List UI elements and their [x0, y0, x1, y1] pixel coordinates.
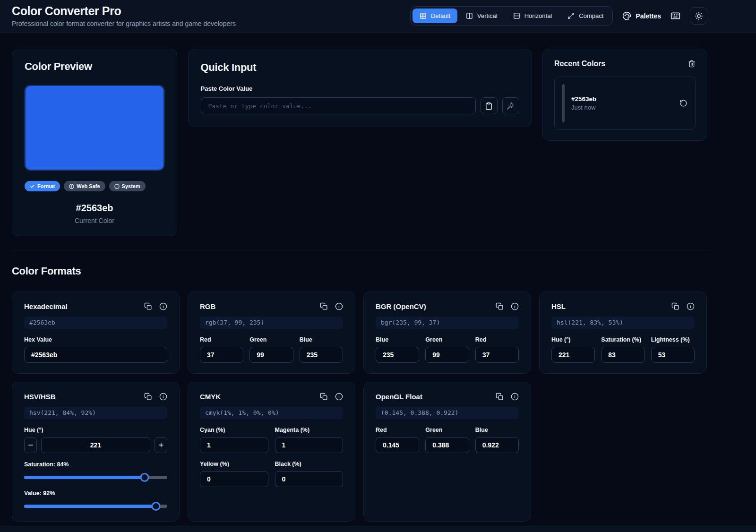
- cmyk-black-label: Black (%): [275, 461, 344, 467]
- value-slider[interactable]: [24, 502, 167, 511]
- opengl-blue-input[interactable]: [475, 437, 519, 453]
- info-icon: [159, 393, 167, 401]
- trash-icon: [688, 60, 696, 68]
- section-divider: [12, 250, 707, 250]
- rgb-red-input[interactable]: [200, 347, 243, 363]
- keyboard-icon: [670, 11, 680, 21]
- palette-icon: [622, 11, 631, 20]
- bgr-red-input[interactable]: [475, 347, 519, 363]
- layout-vertical-label: Vertical: [477, 12, 498, 19]
- copy-hsv-button[interactable]: [144, 393, 152, 401]
- bgr-green-input[interactable]: [425, 347, 469, 363]
- keyboard-shortcuts-button[interactable]: [670, 11, 680, 21]
- hex-display: #2563eb: [24, 317, 167, 329]
- cmyk-black-input[interactable]: [275, 471, 344, 487]
- hsl-hue-input[interactable]: [551, 347, 595, 363]
- opengl-green-input[interactable]: [425, 437, 469, 453]
- hsl-card: HSL hsl(221, 83%, 53%) Hue (°) Saturatio…: [539, 292, 707, 374]
- hex-info-button[interactable]: [159, 302, 167, 310]
- hue-increment-button[interactable]: [155, 437, 167, 453]
- recent-color-text: #2563eb Just now: [571, 95, 673, 111]
- hex-value-input[interactable]: [24, 347, 167, 363]
- layout-default-button[interactable]: Default: [412, 9, 457, 23]
- layout-compact-button[interactable]: Compact: [560, 9, 610, 23]
- hsv-info-button[interactable]: [159, 393, 167, 401]
- paste-from-clipboard-button[interactable]: [481, 97, 498, 114]
- hsv-hue-label: Hue (°): [24, 427, 167, 433]
- rgb-blue-input[interactable]: [300, 347, 343, 363]
- cmyk-magenta-input[interactable]: [275, 437, 344, 453]
- hsl-display: hsl(221, 83%, 53%): [551, 317, 695, 329]
- rgb-green-input[interactable]: [249, 347, 293, 363]
- sun-icon: [695, 12, 703, 20]
- hsl-info-button[interactable]: [687, 302, 695, 310]
- copy-cmyk-button[interactable]: [320, 393, 328, 401]
- formats-grid: Hexadecimal #2563eb Hex Value RGB: [12, 292, 707, 522]
- copy-icon: [144, 302, 152, 310]
- info-icon: [511, 302, 519, 310]
- paste-color-input[interactable]: [201, 97, 476, 114]
- opengl-card: OpenGL Float (0.145, 0.388, 0.922) Red G…: [363, 382, 531, 522]
- layout-horizontal-button[interactable]: Horizontal: [506, 9, 559, 23]
- rgb-info-button[interactable]: [335, 302, 343, 310]
- clipboard-icon: [485, 102, 493, 110]
- quick-input-title: Quick Input: [201, 61, 519, 74]
- saturation-slider[interactable]: [24, 473, 167, 482]
- app-header: Color Converter Pro Professional color f…: [0, 0, 756, 33]
- format-badge[interactable]: Format: [25, 181, 60, 191]
- recent-color-item[interactable]: #2563eb Just now: [554, 77, 696, 130]
- recent-color-time: Just now: [571, 104, 673, 111]
- copy-hsl-button[interactable]: [671, 302, 679, 310]
- web-safe-badge[interactable]: Web Safe: [64, 181, 105, 191]
- cmyk-card: CMYK cmyk(1%, 1%, 0%, 0%) Cyan (%) Magen…: [188, 382, 355, 522]
- layout-vertical-button[interactable]: Vertical: [459, 9, 505, 23]
- value-slider-thumb[interactable]: [151, 502, 160, 511]
- cmyk-yellow-input[interactable]: [200, 471, 268, 487]
- hsv-saturation-label: Saturation: 84%: [24, 461, 167, 468]
- color-formats-title: Color Formats: [12, 265, 707, 277]
- hsv-hue-input[interactable]: [41, 437, 150, 453]
- hexadecimal-card: Hexadecimal #2563eb Hex Value: [12, 292, 180, 374]
- layout-compact-label: Compact: [579, 12, 603, 19]
- restore-color-button[interactable]: [679, 99, 687, 107]
- opengl-red-input[interactable]: [376, 437, 419, 453]
- opengl-blue-label: Blue: [475, 427, 519, 433]
- cmyk-yellow-label: Yellow (%): [200, 461, 268, 467]
- palettes-label: Palettes: [636, 12, 661, 20]
- copy-rgb-button[interactable]: [320, 302, 328, 310]
- color-swatch[interactable]: [25, 85, 164, 171]
- copy-opengl-button[interactable]: [496, 393, 504, 401]
- hsl-saturation-input[interactable]: [601, 347, 644, 363]
- hue-decrement-button[interactable]: [24, 437, 37, 453]
- slider-fill: [24, 476, 145, 479]
- cmyk-cyan-input[interactable]: [200, 437, 268, 453]
- magic-wand-icon: [507, 102, 515, 110]
- hsl-saturation-label: Saturation (%): [601, 336, 644, 343]
- recent-colors-card: Recent Colors #2563eb Just now: [542, 49, 707, 141]
- copy-hex-button[interactable]: [144, 302, 152, 310]
- saturation-slider-thumb[interactable]: [140, 473, 149, 482]
- rows-icon: [513, 12, 520, 19]
- bgr-info-button[interactable]: [511, 302, 519, 310]
- system-badge-label: System: [122, 183, 140, 189]
- hsl-lightness-input[interactable]: [651, 347, 695, 363]
- cmyk-info-button[interactable]: [335, 393, 343, 401]
- theme-toggle-button[interactable]: [690, 7, 707, 25]
- palettes-button[interactable]: Palettes: [622, 11, 661, 20]
- quick-input-card: Quick Input Paste Color Value: [188, 49, 532, 127]
- opengl-info-button[interactable]: [511, 393, 519, 401]
- cmyk-display: cmyk(1%, 1%, 0%, 0%): [200, 407, 343, 419]
- header-actions: Default Vertical Horizontal Compact: [410, 6, 707, 26]
- bgr-title: BGR (OpenCV): [376, 302, 426, 310]
- auto-detect-button[interactable]: [502, 97, 519, 114]
- columns-icon: [466, 12, 473, 19]
- badges-row: Format Web Safe System: [25, 181, 164, 191]
- info-icon: [687, 302, 695, 310]
- bgr-blue-input[interactable]: [376, 347, 419, 363]
- rgb-title: RGB: [200, 302, 215, 310]
- copy-bgr-button[interactable]: [496, 302, 504, 310]
- clear-recent-button[interactable]: [688, 60, 696, 68]
- copy-icon: [671, 302, 679, 310]
- system-badge[interactable]: System: [109, 181, 146, 191]
- copy-icon: [144, 393, 152, 401]
